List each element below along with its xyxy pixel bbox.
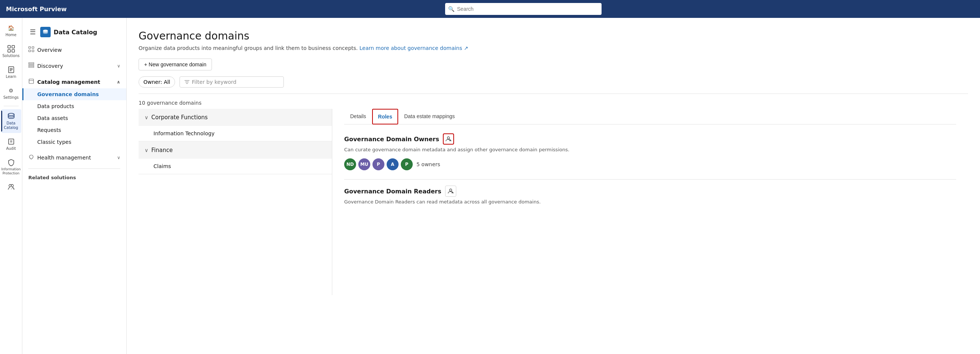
nav-item-discovery[interactable]: Discovery ∨ (22, 59, 126, 72)
domain-sub-claims[interactable]: Claims (138, 159, 332, 174)
nav-health-mgmt: Health management ∨ (22, 150, 126, 166)
svg-rect-18 (32, 50, 34, 52)
svg-point-24 (447, 137, 450, 139)
add-readers-button[interactable] (445, 186, 456, 197)
nav-data-assets[interactable]: Data assets (22, 112, 126, 124)
nav-divider (28, 168, 120, 169)
keyword-filter[interactable]: Filter by keyword (180, 77, 284, 88)
gov-owners-title: Governance Domain Owners (344, 136, 439, 143)
top-bar: Microsoft Purview 🔍 (0, 0, 980, 18)
nav-catalog-mgmt: Catalog management ∧ Governance domains … (22, 74, 126, 150)
learn-more-link[interactable]: Learn more about governance domains ↗ (360, 45, 468, 51)
svg-rect-2 (8, 49, 10, 52)
svg-rect-15 (29, 46, 30, 48)
filter-placeholder: Filter by keyword (192, 79, 237, 85)
tab-data-estate[interactable]: Data estate mappings (398, 109, 461, 124)
sidebar-item-settings[interactable]: ⚙ Settings (1, 83, 21, 103)
settings-icon: ⚙ (7, 86, 15, 95)
nav-item-health-mgmt[interactable]: Health management ∨ (22, 151, 126, 164)
owner-filter[interactable]: Owner: All (138, 77, 175, 88)
sidebar-item-audit[interactable]: Audit (1, 134, 21, 154)
content-split: ∨ Corporate Functions Information Techno… (138, 109, 968, 295)
catalog-chevron: ∧ (116, 80, 120, 85)
nav-data-products[interactable]: Data products (22, 100, 126, 112)
finance-chevron-icon: ∨ (145, 147, 148, 153)
health-mgmt-icon (28, 154, 34, 161)
gov-readers-desc: Governance Domain Readers can read metad… (344, 199, 956, 204)
sidebar-item-solutions[interactable]: Solutions (1, 42, 21, 61)
nav-health-label: Health management (37, 155, 91, 161)
health-chevron: ∨ (117, 155, 120, 160)
nav-catalog-label: Catalog management (37, 79, 100, 85)
nav-item-overview[interactable]: Overview (22, 43, 126, 56)
related-solutions-label: Related solutions (22, 172, 126, 183)
count-label: 10 governance domains (138, 100, 968, 106)
tab-data-estate-label: Data estate mappings (404, 113, 455, 119)
domain-group-corporate-header[interactable]: ∨ Corporate Functions (138, 109, 332, 126)
owner-p2: P (401, 158, 413, 170)
app-layout: 🏠 Home Solutions Learn ⚙ Settings Data C… (0, 18, 980, 354)
nav-overview: Overview (22, 42, 126, 58)
nav-discovery: Discovery ∨ (22, 58, 126, 74)
owners-count: 5 owners (417, 161, 440, 167)
nav-requests[interactable]: Requests (22, 124, 126, 136)
svg-rect-16 (32, 46, 34, 48)
claims-label: Claims (153, 163, 171, 169)
nav-requests-label: Requests (37, 127, 61, 133)
owner-p1: P (372, 158, 384, 170)
solutions-icon (7, 45, 15, 53)
discovery-icon (28, 62, 34, 69)
app-title: Microsoft Purview (6, 6, 67, 13)
tab-details[interactable]: Details (344, 109, 372, 124)
sidebar-item-people[interactable] (1, 180, 21, 194)
nav-overview-label: Overview (37, 47, 62, 53)
detail-tabs: Details Roles Data estate mappings (344, 109, 956, 124)
search-input[interactable] (445, 3, 601, 15)
sidebar-infoprotection-label: Information Protection (1, 167, 21, 175)
panel-header: ☰ Data Catalog (22, 21, 126, 42)
new-domain-button[interactable]: + New governance domain (138, 59, 212, 70)
sidebar-datacatalog-label: Data Catalog (3, 121, 20, 130)
domain-group-finance-header[interactable]: ∨ Finance (138, 142, 332, 159)
svg-point-8 (8, 113, 14, 115)
domain-sub-info-technology[interactable]: Information Technology (138, 126, 332, 141)
sidebar-settings-label: Settings (3, 96, 19, 100)
owner-mu-initials: MU (360, 162, 368, 167)
page-desc: Organize data products into meaningful g… (138, 45, 968, 51)
domain-list: ∨ Corporate Functions Information Techno… (138, 109, 332, 295)
section-divider (344, 179, 956, 180)
sidebar-item-learn[interactable]: Learn (1, 62, 21, 82)
learn-icon (7, 65, 15, 74)
svg-rect-9 (9, 139, 14, 144)
sidebar-item-home[interactable]: 🏠 Home (1, 21, 21, 40)
owners-row: ND MU P A P 5 owners (344, 158, 956, 170)
panel-title: Data Catalog (54, 29, 97, 36)
gov-owners-desc: Can curate governance domain metadata an… (344, 147, 956, 152)
svg-rect-19 (29, 62, 34, 64)
sidebar-solutions-label: Solutions (3, 54, 20, 58)
nav-governance-domains[interactable]: Governance domains (22, 88, 126, 100)
data-catalog-icon (7, 112, 15, 120)
nav-catalog-mgmt-header[interactable]: Catalog management ∧ (22, 75, 126, 88)
tab-roles[interactable]: Roles (372, 109, 398, 124)
sidebar-item-info-protection[interactable]: Information Protection (1, 155, 21, 179)
page-title: Governance domains (138, 30, 968, 42)
page-desc-text: Organize data products into meaningful g… (138, 45, 358, 51)
info-protection-icon (7, 158, 15, 167)
add-owners-button[interactable] (443, 133, 454, 145)
nav-classic-types-label: Classic types (37, 139, 71, 145)
owner-p1-initials: P (377, 162, 380, 167)
home-icon: 🏠 (7, 24, 15, 32)
hamburger-button[interactable]: ☰ (28, 28, 37, 36)
icon-sidebar: 🏠 Home Solutions Learn ⚙ Settings Data C… (0, 18, 22, 354)
svg-rect-0 (8, 45, 10, 48)
add-reader-icon (447, 188, 454, 195)
owner-nd-initials: ND (347, 162, 354, 167)
nav-classic-types[interactable]: Classic types (22, 136, 126, 148)
sidebar-item-data-catalog[interactable]: Data Catalog (1, 109, 21, 133)
svg-rect-17 (29, 50, 30, 52)
action-bar: + New governance domain (138, 59, 968, 70)
overview-icon (28, 46, 34, 53)
add-user-icon (445, 136, 452, 142)
owner-p2-initials: P (405, 162, 409, 167)
